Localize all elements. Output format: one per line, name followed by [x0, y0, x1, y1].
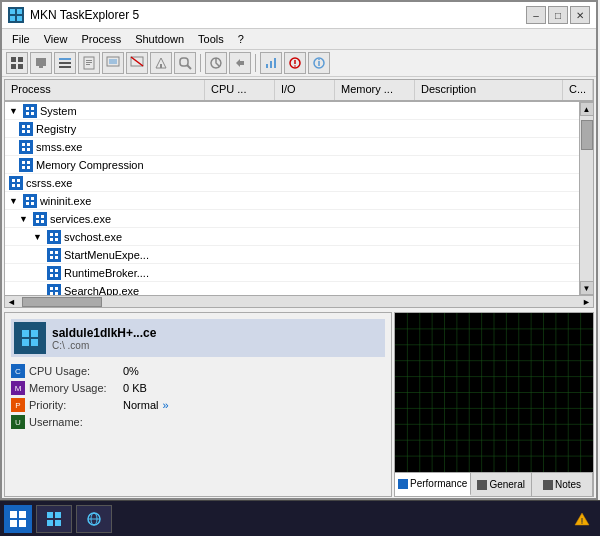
tb-btn-12[interactable] [284, 52, 306, 74]
tb-btn-10[interactable] [229, 52, 251, 74]
io-cell [275, 128, 335, 130]
table-row[interactable]: csrss.exe [5, 174, 579, 192]
main-window: MKN TaskExplorer 5 – □ ✕ File View Proce… [0, 0, 598, 500]
svg-rect-22 [180, 58, 188, 66]
col-cpu-header[interactable]: CPU ... [205, 80, 275, 100]
col-extra-header[interactable]: C... [563, 80, 593, 100]
table-row[interactable]: ▼ svchost.exe [5, 228, 579, 246]
tb-btn-8[interactable] [174, 52, 196, 74]
scroll-thumb[interactable] [581, 120, 593, 150]
username-label: Username: [29, 416, 119, 428]
memory-usage-label: Memory Usage: [29, 382, 119, 394]
tb-btn-6[interactable] [126, 52, 148, 74]
start-button[interactable] [4, 505, 32, 533]
svg-rect-26 [274, 58, 276, 68]
menu-help[interactable]: ? [232, 31, 250, 47]
process-detail-panel: saldule1dlkH+...ce C:\ .com C CPU Usage:… [4, 312, 392, 497]
priority-link[interactable]: » [162, 399, 168, 411]
table-row[interactable]: ▼ wininit.exe [5, 192, 579, 210]
detail-header: saldule1dlkH+...ce C:\ .com [11, 319, 385, 357]
h-scroll-thumb[interactable] [22, 297, 102, 307]
svg-rect-53 [26, 197, 29, 200]
tb-btn-2[interactable] [30, 52, 52, 74]
svg-rect-89 [22, 330, 29, 337]
desc-cell [415, 290, 579, 292]
svg-rect-60 [41, 220, 44, 223]
tab-notes[interactable]: Notes [532, 473, 593, 496]
tb-btn-3[interactable] [54, 52, 76, 74]
table-row[interactable]: SearchApp.exe [5, 282, 579, 295]
svg-rect-39 [22, 130, 25, 133]
vertical-scrollbar[interactable]: ▲ ▼ [579, 102, 593, 295]
col-process-header[interactable]: Process [5, 80, 205, 100]
desc-cell [415, 182, 579, 184]
svg-rect-2 [10, 16, 15, 21]
menu-file[interactable]: File [6, 31, 36, 47]
svg-rect-10 [59, 58, 71, 60]
detail-process-icon [14, 322, 46, 354]
col-mem-header[interactable]: Memory ... [335, 80, 415, 100]
mem-cell [335, 254, 415, 256]
col-desc-header[interactable]: Description [415, 80, 563, 100]
table-row[interactable]: RuntimeBroker.... [5, 264, 579, 282]
process-name: StartMenuExpe... [64, 249, 149, 261]
taskbar-item-mkn[interactable] [36, 505, 72, 533]
mem-cell [335, 164, 415, 166]
cpu-cell [205, 218, 275, 220]
process-name: Memory Compression [36, 159, 144, 171]
table-row[interactable]: Registry [5, 120, 579, 138]
table-row[interactable]: smss.exe [5, 138, 579, 156]
col-io-header[interactable]: I/O [275, 80, 335, 100]
svg-rect-45 [22, 161, 25, 164]
tb-btn-1[interactable] [6, 52, 28, 74]
tb-btn-9[interactable] [205, 52, 227, 74]
table-row[interactable]: Memory Compression [5, 156, 579, 174]
tab-performance[interactable]: Performance [395, 473, 471, 496]
process-name: svchost.exe [64, 231, 122, 243]
h-scroll-left[interactable]: ◄ [5, 297, 18, 307]
close-button[interactable]: ✕ [570, 6, 590, 24]
table-row[interactable]: ▼ System [5, 102, 579, 120]
tab-general[interactable]: General [471, 473, 532, 496]
scroll-down-button[interactable]: ▼ [580, 281, 594, 295]
menu-tools[interactable]: Tools [192, 31, 230, 47]
cpu-cell [205, 290, 275, 292]
memory-usage-icon: M [11, 381, 25, 395]
minimize-button[interactable]: – [526, 6, 546, 24]
menu-view[interactable]: View [38, 31, 74, 47]
table-row[interactable]: StartMenuExpe... [5, 246, 579, 264]
process-name: services.exe [50, 213, 111, 225]
process-icon [19, 158, 33, 172]
process-expand-icon[interactable]: ▼ [33, 232, 42, 242]
menu-shutdown[interactable]: Shutdown [129, 31, 190, 47]
desc-cell [415, 254, 579, 256]
tb-btn-11[interactable] [260, 52, 282, 74]
svg-rect-33 [26, 107, 29, 110]
tb-btn-7[interactable] [150, 52, 172, 74]
h-scroll-right[interactable]: ► [580, 297, 593, 307]
svg-rect-67 [50, 256, 53, 259]
svg-rect-14 [86, 60, 92, 61]
maximize-button[interactable]: □ [548, 6, 568, 24]
tb-btn-5[interactable] [102, 52, 124, 74]
svg-rect-16 [86, 64, 90, 65]
tb-btn-13[interactable] [308, 52, 330, 74]
menu-process[interactable]: Process [75, 31, 127, 47]
svg-rect-5 [18, 57, 23, 62]
window-title: MKN TaskExplorer 5 [30, 8, 139, 22]
process-expand-icon[interactable]: ▼ [19, 214, 28, 224]
table-header: Process CPU ... I/O Memory ... Descripti… [5, 80, 593, 102]
memory-usage-value: 0 KB [123, 382, 147, 394]
taskbar-item-globe[interactable] [76, 505, 112, 533]
scroll-up-button[interactable]: ▲ [580, 102, 594, 116]
svg-rect-92 [31, 339, 38, 346]
table-row[interactable]: ▼ services.exe [5, 210, 579, 228]
menu-bar: File View Process Shutdown Tools ? [2, 29, 596, 50]
process-expand-icon[interactable]: ▼ [9, 106, 18, 116]
horizontal-scrollbar[interactable]: ◄ ► [5, 295, 593, 307]
tb-btn-4[interactable] [78, 52, 100, 74]
svg-point-32 [318, 59, 320, 61]
process-expand-icon[interactable]: ▼ [9, 196, 18, 206]
tray-warning-icon[interactable] [572, 509, 592, 529]
svg-rect-48 [27, 166, 30, 169]
